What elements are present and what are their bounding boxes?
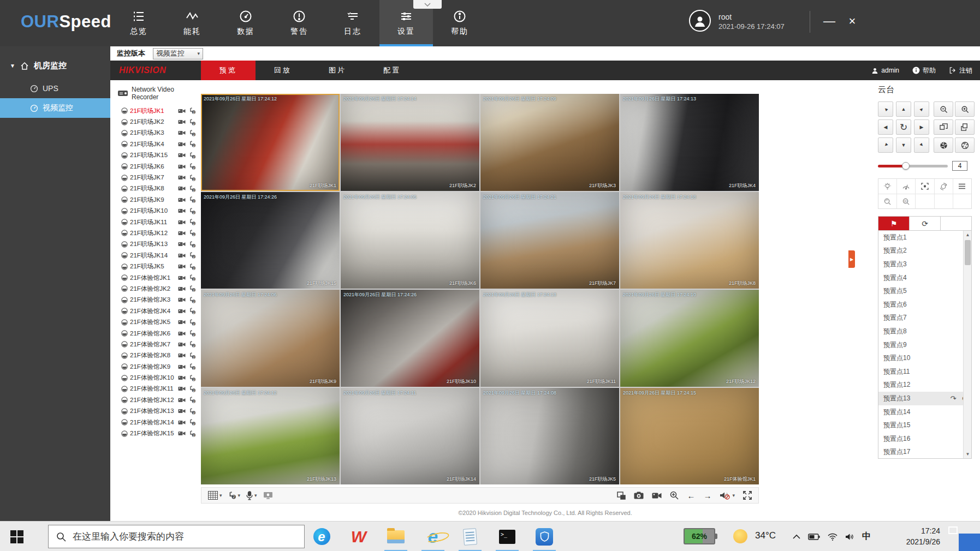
camera-list-item[interactable]: 21F体验馆JK14 2 [115, 417, 201, 428]
stream-select-button[interactable]: 2 ▾ [228, 492, 241, 499]
stream-type-icon[interactable]: 2 [189, 119, 196, 125]
stream-type-icon[interactable]: 2 [189, 252, 196, 259]
camera-list-item[interactable]: 21F体验馆JK3 2 [115, 295, 201, 306]
stream-type-icon[interactable]: 2 [189, 163, 196, 170]
taskbar-cmd-icon[interactable]: >_ [491, 522, 523, 551]
stream-type-icon[interactable]: 2 [189, 419, 196, 426]
video-tile[interactable]: 2021年09月26日 星期日 17:24:12 21F职场JK13 [201, 388, 340, 485]
ptz-up-left-button[interactable]: ▲ [878, 101, 893, 117]
scroll-down-arrow[interactable]: ▼ [964, 450, 972, 458]
nav-item-overview[interactable]: 总览 [112, 0, 165, 46]
video-tile[interactable]: 2021年09月26日 星期日 17:24:13 21F职场JK11 [480, 290, 619, 387]
focus-far-button[interactable] [934, 119, 953, 135]
search-input[interactable] [73, 531, 280, 542]
camera-list-item[interactable]: 21F职场JK7 2 [115, 172, 201, 183]
camera-list-item[interactable]: 21F职场JK2 2 [115, 116, 201, 127]
video-tile[interactable]: 2021年09月26日 星期日 17:24:12 21F职场JK1 [201, 94, 340, 191]
video-tile[interactable]: 2021年09月26日 星期日 17:24:26 21F职场JK10 [341, 290, 479, 387]
camera-list-item[interactable]: 21F职场JK1 2 [115, 105, 201, 116]
camera-list-item[interactable]: 21F体验馆JK4 2 [115, 306, 201, 316]
tray-battery-icon[interactable] [808, 534, 820, 540]
layout-select-button[interactable]: ▾ [208, 491, 222, 500]
user-account[interactable]: root 2021-09-26 17:24:07 [689, 10, 785, 32]
record-camera-icon[interactable] [178, 286, 186, 292]
close-button[interactable]: × [843, 14, 862, 29]
preset-item[interactable]: 预置点3 ↷ ⚙ [878, 257, 971, 271]
stream-type-icon[interactable]: 2 [189, 130, 196, 136]
monitor-type-select[interactable]: 视频监控 ▾ [153, 48, 203, 59]
record-camera-icon[interactable] [178, 175, 186, 181]
camera-list-item[interactable]: 21F体验馆JK11 2 [115, 384, 201, 394]
wiper-button[interactable] [896, 179, 915, 194]
preset-item[interactable]: 预置点8 ↷ ⚙ [878, 325, 971, 338]
iris-open-button[interactable] [955, 137, 975, 153]
record-camera-icon[interactable] [178, 331, 186, 337]
stream-type-icon[interactable]: 2 [189, 285, 196, 292]
camera-list-item[interactable]: 21F体验馆JK7 2 [115, 339, 201, 350]
ptz-up-right-button[interactable]: ▲ [914, 101, 929, 117]
camera-list-item[interactable]: 21F职场JK14 2 [115, 250, 201, 261]
tab-playback[interactable]: 回放 [256, 61, 310, 80]
ptz-down-button[interactable]: ▼ [896, 137, 911, 153]
ptz-left-button[interactable]: ◀ [878, 119, 893, 135]
ptz-auto-scan-button[interactable]: ↻ [896, 119, 911, 135]
camera-list-item[interactable]: 21F职场JK11 2 [115, 217, 201, 227]
tab-picture[interactable]: 图片 [310, 61, 365, 80]
next-page-button[interactable]: → [703, 492, 711, 500]
light-button[interactable] [878, 179, 896, 194]
record-camera-icon[interactable] [178, 430, 186, 436]
video-tile[interactable]: 2021年09月26日 星期日 17:24:11 21F职场JK14 [341, 388, 479, 485]
record-camera-icon[interactable] [178, 119, 186, 125]
zoom-in-button[interactable] [955, 101, 975, 117]
camera-list-item[interactable]: 21F体验馆JK10 2 [115, 372, 201, 383]
camera-list-item[interactable]: 21F体验馆JK2 2 [115, 283, 201, 294]
start-button[interactable] [0, 522, 34, 551]
lens-initialize-button[interactable] [878, 194, 896, 208]
record-camera-icon[interactable] [178, 152, 186, 158]
preset-item[interactable]: 预置点13 ↷ ⚙ [878, 392, 971, 405]
record-camera-icon[interactable] [178, 141, 186, 147]
stream-type-icon[interactable]: 2 [189, 263, 196, 270]
preset-item[interactable]: 预置点4 ↷ ⚙ [878, 271, 971, 285]
camera-list-item[interactable]: 21F职场JK8 2 [115, 183, 201, 194]
preset-item[interactable]: 预置点6 ↷ ⚙ [878, 298, 971, 312]
admin-user[interactable]: admin [871, 67, 899, 74]
battery-percent-badge[interactable]: 62% [684, 528, 715, 544]
ptz-up-button[interactable]: ▲ [896, 101, 911, 117]
record-camera-icon[interactable] [178, 375, 186, 381]
camera-list-item[interactable]: 21F体验馆JK9 2 [115, 361, 201, 372]
video-tile[interactable]: 2021年09月26日 星期日 17:24:15 21F体验馆JK1 [620, 388, 759, 485]
taskbar-file-explorer-icon[interactable] [380, 522, 412, 551]
ptz-right-button[interactable]: ▶ [914, 119, 929, 135]
record-camera-icon[interactable] [178, 308, 186, 314]
video-tile[interactable]: 2021年09月26日 星期日 17:24:09 21F职场JK3 [480, 94, 619, 191]
record-camera-icon[interactable] [178, 208, 186, 214]
audio-mute-button[interactable]: ▾ [720, 491, 735, 500]
preset-item[interactable]: 预置点2 ↷ ⚙ [878, 244, 971, 258]
tray-chevron-up-icon[interactable] [793, 534, 800, 539]
preset-tab[interactable]: ⚑ [878, 217, 909, 230]
video-tile[interactable]: 2021年09月26日 星期日 17:24:18 21F职场JK8 [620, 192, 759, 289]
minimize-button[interactable]: — [820, 14, 839, 29]
preset-item[interactable]: 预置点14 ↷ ⚙ [878, 405, 971, 419]
ptz-speed-value[interactable]: 4 [952, 161, 967, 171]
panel-expand-tab[interactable]: ▶ [848, 250, 855, 268]
stream-type-icon[interactable]: 2 [189, 107, 196, 114]
camera-list-item[interactable]: 21F体验馆JK6 2 [115, 328, 201, 339]
stream-type-icon[interactable]: 2 [189, 196, 196, 203]
record-camera-icon[interactable] [178, 275, 186, 281]
collapse-handle[interactable] [413, 0, 442, 9]
record-camera-icon[interactable] [178, 230, 186, 236]
taskbar-wps-icon[interactable]: W [343, 522, 375, 551]
nav-item-energy[interactable]: 能耗 [165, 0, 219, 46]
camera-list-item[interactable]: 21F职场JK15 2 [115, 150, 201, 161]
video-tile[interactable]: 2021年09月26日 星期日 17:24:26 21F职场JK15 [201, 192, 340, 289]
camera-list-item[interactable]: 21F体验馆JK12 2 [115, 394, 201, 405]
stream-type-icon[interactable]: 2 [189, 341, 196, 348]
record-camera-icon[interactable] [178, 241, 186, 247]
record-button[interactable] [652, 492, 662, 499]
record-camera-icon[interactable] [178, 352, 186, 358]
camera-list-item[interactable]: 21F职场JK4 2 [115, 139, 201, 149]
stream-type-icon[interactable]: 2 [189, 152, 196, 159]
tab-configuration[interactable]: 配置 [365, 61, 419, 80]
